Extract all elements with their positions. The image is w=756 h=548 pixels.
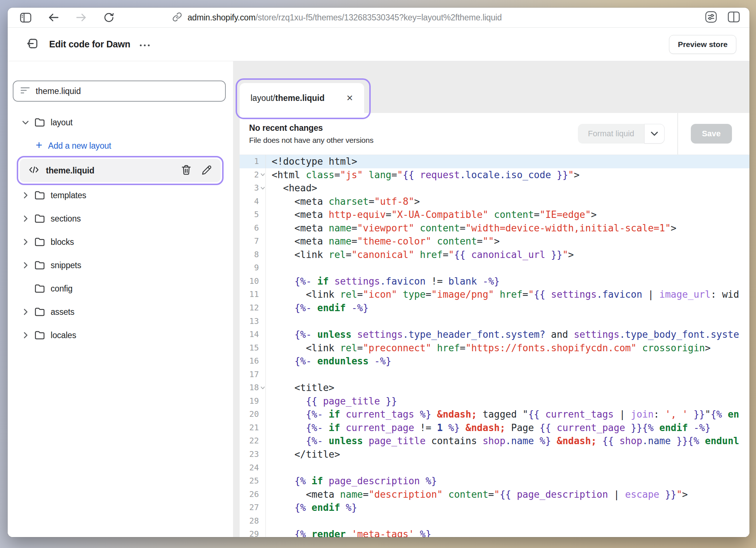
- code-line[interactable]: 18 <title>: [240, 381, 749, 395]
- fold-toggle-icon[interactable]: [260, 181, 265, 195]
- sidebar-item-theme-liquid[interactable]: theme.liquid: [20, 159, 221, 182]
- folder-icon: [34, 284, 45, 293]
- file-search-input[interactable]: [36, 86, 218, 96]
- tab-theme-liquid[interactable]: layout/theme.liquid ✕: [240, 83, 364, 113]
- code-line[interactable]: 9: [240, 261, 749, 275]
- chevron-right-icon[interactable]: [21, 238, 29, 246]
- chevron-right-icon[interactable]: [21, 262, 29, 269]
- sidebar-item-assets[interactable]: assets: [13, 300, 226, 324]
- code-line[interactable]: 23 </title>: [240, 448, 749, 461]
- sidebar-toggle-icon[interactable]: [20, 13, 31, 23]
- code-line[interactable]: 17: [240, 368, 749, 381]
- chevron-right-icon[interactable]: [21, 215, 29, 222]
- fold-toggle-icon[interactable]: [260, 168, 265, 182]
- exit-editor-button[interactable]: [26, 37, 39, 52]
- folder-label: blocks: [51, 237, 74, 247]
- file-label: theme.liquid: [46, 166, 94, 176]
- url-bar[interactable]: admin.shopify.com/store/rzq1xu-f5/themes…: [172, 8, 502, 28]
- code-line[interactable]: 13: [240, 315, 749, 328]
- line-number: 13: [240, 315, 266, 328]
- line-number: 21: [240, 421, 266, 435]
- save-button[interactable]: Save: [691, 124, 732, 144]
- code-line[interactable]: 16 {%- endunless -%}: [240, 355, 749, 368]
- line-number: 3: [240, 181, 266, 195]
- code-line[interactable]: 14 {%- unless settings.type_header_font.…: [240, 328, 749, 341]
- sidebar-item-locales[interactable]: locales: [13, 324, 226, 347]
- action-label: Add a new layout: [48, 141, 111, 151]
- line-number: 20: [240, 408, 266, 421]
- code-line[interactable]: 19 {{ page_title }}: [240, 395, 749, 408]
- reload-button[interactable]: [103, 12, 114, 23]
- format-liquid-button[interactable]: Format liquid: [578, 124, 644, 144]
- code-line[interactable]: 26 <meta name="description" content="{{ …: [240, 488, 749, 501]
- code-line[interactable]: 2<html class="js" lang="{{ request.local…: [240, 168, 749, 182]
- forward-button[interactable]: [76, 13, 87, 22]
- sidebar-item-sections[interactable]: sections: [13, 207, 226, 230]
- sidebar-item-blocks[interactable]: blocks: [13, 230, 226, 254]
- line-number: 8: [240, 248, 266, 262]
- tab-close-icon[interactable]: ✕: [346, 94, 353, 102]
- link-icon: [172, 12, 182, 23]
- line-number: 25: [240, 474, 266, 488]
- add-new-layout-button[interactable]: +Add a new layout: [13, 134, 226, 157]
- code-line[interactable]: 10 {%- if settings.favicon != blank -%}: [240, 275, 749, 288]
- file-search-box[interactable]: [13, 81, 226, 102]
- split-view-icon[interactable]: [728, 11, 740, 24]
- chevron-down-icon[interactable]: [21, 120, 29, 125]
- line-number: 15: [240, 341, 266, 355]
- code-line[interactable]: 6 <meta name="viewport" content="width=d…: [240, 222, 749, 235]
- code-line[interactable]: 3 <head>: [240, 181, 749, 195]
- folder-icon: [34, 118, 45, 127]
- overflow-menu-button[interactable]: [140, 44, 150, 46]
- code-line[interactable]: 29 {% render 'meta-tags' %}: [240, 528, 749, 537]
- code-line[interactable]: 1<!doctype html>: [240, 155, 749, 168]
- line-number: 6: [240, 222, 266, 235]
- sidebar-item-templates[interactable]: templates: [13, 184, 226, 207]
- code-line[interactable]: 15 <link rel="preconnect" href="https://…: [240, 341, 749, 355]
- line-number: 2: [240, 168, 266, 182]
- format-liquid-dropdown[interactable]: [644, 124, 665, 144]
- back-button[interactable]: [48, 13, 59, 22]
- code-line[interactable]: 4 <meta charset="utf-8">: [240, 195, 749, 208]
- code-line[interactable]: 20 {%- if current_tags %} &ndash; tagged…: [240, 408, 749, 421]
- line-number: 26: [240, 488, 266, 501]
- editor-area: layout/theme.liquid ✕ No recent changes …: [233, 61, 749, 537]
- code-line[interactable]: 11 <link rel="icon" type="image/png" hre…: [240, 288, 749, 301]
- preview-store-button[interactable]: Preview store: [669, 35, 736, 54]
- line-number: 24: [240, 461, 266, 475]
- line-number: 18: [240, 381, 266, 395]
- line-number: 12: [240, 301, 266, 315]
- folder-label: templates: [51, 191, 86, 200]
- line-number: 14: [240, 328, 266, 341]
- tab-bar: layout/theme.liquid ✕: [240, 61, 749, 113]
- code-line[interactable]: 8 <link rel="canonical" href="{{ canonic…: [240, 248, 749, 262]
- code-line[interactable]: 5 <meta http-equiv="X-UA-Compatible" con…: [240, 208, 749, 222]
- code-editor[interactable]: 1<!doctype html>2<html class="js" lang="…: [240, 155, 749, 537]
- chevron-right-icon[interactable]: [21, 192, 29, 199]
- code-line[interactable]: 7 <meta name="theme-color" content="">: [240, 235, 749, 248]
- line-number: 5: [240, 208, 266, 222]
- line-number: 29: [240, 528, 266, 537]
- code-line[interactable]: 27 {% endif %}: [240, 501, 749, 514]
- extensions-icon[interactable]: [705, 11, 717, 25]
- code-line[interactable]: 28: [240, 514, 749, 528]
- line-number: 28: [240, 514, 266, 528]
- file-sidebar: layout+Add a new layouttheme.liquidtempl…: [8, 61, 233, 537]
- chevron-right-icon[interactable]: [21, 308, 29, 316]
- file-tree: layout+Add a new layouttheme.liquidtempl…: [13, 111, 226, 347]
- code-line[interactable]: 24: [240, 461, 749, 475]
- sidebar-item-layout[interactable]: layout: [13, 111, 226, 134]
- rename-file-icon[interactable]: [202, 165, 212, 176]
- editor-panel: No recent changes File does not have any…: [240, 113, 749, 537]
- chevron-right-icon[interactable]: [21, 332, 29, 339]
- code-line[interactable]: 12 {%- endif -%}: [240, 301, 749, 315]
- line-number: 19: [240, 395, 266, 408]
- code-line[interactable]: 21 {%- if current_page != 1 %} &ndash; P…: [240, 421, 749, 435]
- sidebar-item-snippets[interactable]: snippets: [13, 254, 226, 277]
- code-line[interactable]: 22 {%- unless page_title contains shop.n…: [240, 434, 749, 448]
- code-line[interactable]: 25 {% if page_description %}: [240, 474, 749, 488]
- delete-file-icon[interactable]: [181, 165, 191, 177]
- plus-icon: +: [34, 140, 44, 151]
- fold-toggle-icon[interactable]: [260, 381, 265, 395]
- sidebar-item-config[interactable]: config: [13, 277, 226, 300]
